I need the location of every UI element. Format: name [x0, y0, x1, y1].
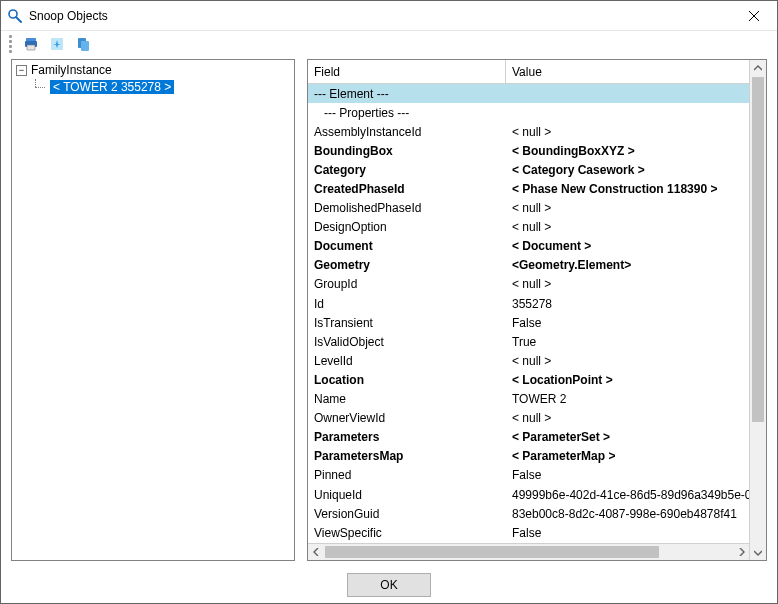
- grid-cell-value: < null >: [506, 277, 749, 291]
- grid-row[interactable]: Geometry<Geometry.Element>: [308, 256, 749, 275]
- svg-rect-9: [81, 41, 89, 51]
- chevron-up-icon: [754, 65, 762, 73]
- grid-cell-value: False: [506, 316, 749, 330]
- content-area: − FamilyInstance < TOWER 2 355278 > Fiel…: [1, 57, 777, 567]
- grid-cell-field: IsValidObject: [308, 335, 506, 349]
- grid-header-field[interactable]: Field: [308, 60, 506, 83]
- grid-cell-field: OwnerViewId: [308, 411, 506, 425]
- toolbar: [1, 31, 777, 57]
- grid-cell-value: <Geometry.Element>: [506, 258, 749, 272]
- grid-cell-field: Geometry: [308, 258, 506, 272]
- grid-cell-value: < null >: [506, 354, 749, 368]
- grid-row[interactable]: Category< Category Casework >: [308, 160, 749, 179]
- close-icon: [749, 11, 759, 21]
- grid-cell-value: False: [506, 526, 749, 540]
- grid-cell-field: UniqueId: [308, 488, 506, 502]
- grid-row[interactable]: IsTransientFalse: [308, 313, 749, 332]
- grid-row[interactable]: LevelId< null >: [308, 351, 749, 370]
- svg-rect-6: [27, 45, 35, 50]
- hscroll-thumb[interactable]: [325, 546, 659, 558]
- grid-cell-value: False: [506, 468, 749, 482]
- copy-icon: [75, 36, 91, 52]
- chevron-left-icon: [313, 548, 321, 556]
- grid-cell-field: AssemblyInstanceId: [308, 125, 506, 139]
- grid-cell-field: CreatedPhaseId: [308, 182, 506, 196]
- tree-panel[interactable]: − FamilyInstance < TOWER 2 355278 >: [11, 59, 295, 561]
- vscroll-track[interactable]: [750, 77, 766, 543]
- grid-body: --- Element --- --- Properties --- Assem…: [308, 84, 749, 548]
- print-button[interactable]: [22, 35, 40, 53]
- grid-cell-value: TOWER 2: [506, 392, 749, 406]
- grid-row[interactable]: Id355278: [308, 294, 749, 313]
- scroll-down-button[interactable]: [750, 543, 766, 560]
- tree-branch-icon: [34, 79, 48, 95]
- grid-cell-field: --- Element ---: [308, 87, 506, 101]
- scroll-left-button[interactable]: [308, 544, 325, 561]
- grid-row[interactable]: NameTOWER 2: [308, 390, 749, 409]
- grid-row[interactable]: DemolishedPhaseId< null >: [308, 199, 749, 218]
- grid-cell-value: < null >: [506, 125, 749, 139]
- grid-cell-value: < LocationPoint >: [506, 373, 749, 387]
- titlebar: Snoop Objects: [1, 1, 777, 31]
- grid-row[interactable]: CreatedPhaseId< Phase New Construction 1…: [308, 179, 749, 198]
- grid-row[interactable]: ParametersMap< ParameterMap >: [308, 447, 749, 466]
- grid-row[interactable]: Location< LocationPoint >: [308, 370, 749, 389]
- grid-cell-field: Parameters: [308, 430, 506, 444]
- grid-row[interactable]: PinnedFalse: [308, 466, 749, 485]
- grid-cell-field: DemolishedPhaseId: [308, 201, 506, 215]
- grid-cell-field: GroupId: [308, 277, 506, 291]
- grid-cell-value: < null >: [506, 201, 749, 215]
- grid-cell-field: Name: [308, 392, 506, 406]
- grid-row[interactable]: IsValidObjectTrue: [308, 332, 749, 351]
- vscroll-thumb[interactable]: [752, 77, 764, 422]
- grid-header: Field Value: [308, 60, 749, 84]
- grid-header-value[interactable]: Value: [506, 60, 749, 83]
- svg-line-1: [16, 17, 21, 22]
- grid-cell-field: LevelId: [308, 354, 506, 368]
- scroll-right-button[interactable]: [732, 544, 749, 561]
- grid-row[interactable]: DesignOption< null >: [308, 218, 749, 237]
- tree-child-node[interactable]: < TOWER 2 355278 >: [16, 78, 292, 96]
- vertical-scrollbar[interactable]: [749, 60, 766, 560]
- tree-view: − FamilyInstance < TOWER 2 355278 >: [14, 62, 292, 96]
- grid-row[interactable]: AssemblyInstanceId< null >: [308, 122, 749, 141]
- grid-row[interactable]: ViewSpecificFalse: [308, 523, 749, 542]
- copy-button[interactable]: [74, 35, 92, 53]
- grid-row[interactable]: UniqueId49999b6e-402d-41ce-86d5-89d96a34…: [308, 485, 749, 504]
- properties-grid-panel: Field Value --- Element --- --- Properti…: [307, 59, 767, 561]
- grid-cell-value: < Document >: [506, 239, 749, 253]
- grid-row[interactable]: BoundingBox< BoundingBoxXYZ >: [308, 141, 749, 160]
- grid-row[interactable]: Parameters< ParameterSet >: [308, 428, 749, 447]
- grid-row[interactable]: Document< Document >: [308, 237, 749, 256]
- snoop-new-button[interactable]: [48, 35, 66, 53]
- grid-cell-field: BoundingBox: [308, 144, 506, 158]
- grid-row[interactable]: OwnerViewId< null >: [308, 409, 749, 428]
- grid-cell-field: Location: [308, 373, 506, 387]
- grid-row[interactable]: --- Properties ---: [308, 103, 749, 122]
- scroll-up-button[interactable]: [750, 60, 766, 77]
- grid-cell-field: Category: [308, 163, 506, 177]
- close-button[interactable]: [731, 1, 777, 31]
- grid-row[interactable]: VersionGuid83eb00c8-8d2c-4087-998e-690eb…: [308, 504, 749, 523]
- grid-cell-value: 49999b6e-402d-41ce-86d5-89d96a349b5e-000…: [506, 488, 749, 502]
- ok-button[interactable]: OK: [347, 573, 431, 597]
- grid-cell-field: Pinned: [308, 468, 506, 482]
- horizontal-scrollbar[interactable]: [308, 543, 749, 560]
- grid-scroll[interactable]: Field Value --- Element --- --- Properti…: [308, 60, 749, 560]
- grid-cell-value: < ParameterSet >: [506, 430, 749, 444]
- grid-cell-value: < null >: [506, 411, 749, 425]
- footer: OK: [1, 567, 777, 603]
- grid-cell-field: VersionGuid: [308, 507, 506, 521]
- collapse-icon[interactable]: −: [16, 65, 27, 76]
- tree-selected-label: < TOWER 2 355278 >: [50, 80, 174, 94]
- grid-cell-field: Id: [308, 297, 506, 311]
- grid-cell-field: DesignOption: [308, 220, 506, 234]
- grid-cell-field: IsTransient: [308, 316, 506, 330]
- grid-row[interactable]: GroupId< null >: [308, 275, 749, 294]
- sparkle-icon: [49, 36, 65, 52]
- grid-row[interactable]: --- Element ---: [308, 84, 749, 103]
- toolbar-grip: [9, 35, 12, 53]
- window-title: Snoop Objects: [29, 9, 731, 23]
- hscroll-track[interactable]: [325, 544, 732, 560]
- tree-root-node[interactable]: − FamilyInstance: [16, 62, 292, 78]
